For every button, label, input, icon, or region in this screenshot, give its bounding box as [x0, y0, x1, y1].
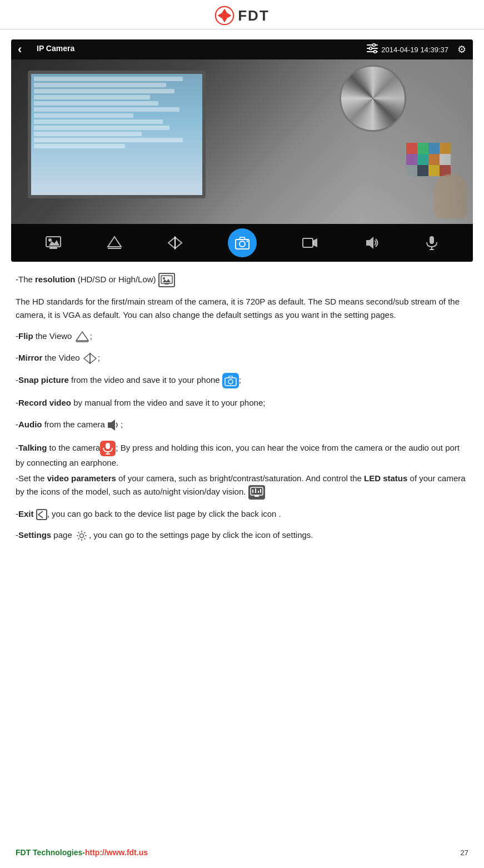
audio-section: -Audio from the camera ;: [16, 417, 468, 433]
snap-tool-button[interactable]: [228, 228, 257, 257]
snap-suffix: from the video and save it to your phone: [69, 375, 222, 385]
talking-inline-icon: [100, 441, 116, 456]
camera-top-bar: ‹ IP Camera 2014-04-19 14:39:37 ⚙: [11, 39, 473, 59]
talking-suffix: to the camera: [47, 443, 100, 452]
mirror-inline-icon: [82, 352, 98, 365]
exit-suffix: , you can go back to the device list pag…: [47, 509, 281, 518]
settings-inline-icon: [74, 528, 89, 543]
resolution-tool-button[interactable]: [45, 236, 62, 250]
svg-marker-39: [90, 353, 96, 363]
video-params-inline-icon: [248, 485, 265, 500]
svg-rect-34: [164, 283, 169, 285]
resolution-inline-icon: [158, 273, 175, 287]
svg-marker-42: [108, 420, 115, 431]
mirror-end: ;: [98, 353, 100, 362]
snap-bold-label: Snap picture: [18, 375, 69, 385]
svg-marker-27: [313, 238, 317, 247]
exit-section: -Exit , you can go back to the device li…: [16, 507, 468, 521]
svg-point-5: [222, 13, 227, 18]
screen-lines: [34, 77, 199, 150]
talking-tool-button[interactable]: [424, 235, 440, 251]
videoparams-mid: of your camera, such as bright/contrast/…: [116, 473, 364, 483]
camera-top-right-controls: 2014-04-19 14:39:37 ⚙: [367, 43, 466, 56]
flip-section: -Flip the Viewo ;: [16, 330, 468, 343]
snap-end: ;: [239, 375, 241, 385]
fdt-logo-icon: [214, 6, 234, 26]
resolution-bold-label: resolution: [35, 275, 76, 284]
footer-page-number: 27: [461, 849, 468, 857]
svg-rect-40: [225, 378, 236, 386]
flip-inline-icon: [74, 330, 90, 343]
svg-rect-29: [430, 236, 434, 244]
svg-rect-26: [303, 238, 313, 247]
videoparams-prefix: -Set the: [16, 473, 47, 483]
camera-back-button[interactable]: ‹: [18, 42, 22, 57]
camera-screenshot: ‹ IP Camera 2014-04-19 14:39:37 ⚙: [11, 39, 473, 262]
svg-rect-51: [255, 495, 259, 497]
resolution-prefix: -The: [16, 275, 35, 284]
led-status-bold: LED status: [364, 473, 407, 483]
svg-point-52: [79, 534, 83, 538]
record-suffix: by manual from the video and save it to …: [71, 398, 265, 407]
camera-monitor: [28, 71, 206, 198]
settings-suffix: page: [51, 530, 72, 540]
videoparams-section: -Set the video parameters of your camera…: [16, 472, 468, 500]
svg-marker-22: [175, 237, 182, 248]
mirror-tool-button[interactable]: [167, 236, 183, 250]
record-tool-button[interactable]: [302, 236, 318, 250]
camera-image-area: [11, 59, 473, 224]
videoparams-bold1: video parameters: [47, 473, 116, 483]
record-section: -Record video by manual from the video a…: [16, 396, 468, 410]
audio-bold-label: Audio: [18, 420, 42, 429]
svg-rect-17: [49, 247, 57, 249]
mirror-bold-label: Mirror: [18, 353, 42, 362]
audio-end: ;: [121, 420, 123, 429]
camera-monitor-screen: [31, 74, 202, 195]
svg-marker-38: [84, 353, 90, 363]
camera-sliders-icon[interactable]: [367, 43, 378, 56]
footer-brand-url[interactable]: http://www.fdt.us: [85, 848, 148, 857]
flip-bold-label: Flip: [18, 331, 33, 341]
logo-text: FDT: [238, 7, 270, 24]
content-area: -The resolution (HD/SD or High/Low) The …: [0, 262, 484, 562]
flip-end: ;: [90, 331, 92, 341]
audio-inline-icon: [105, 417, 121, 433]
exit-bold-label: Exit: [18, 509, 34, 518]
settings-bold-label: Settings: [18, 530, 51, 540]
footer-brand-name: FDT Technologies-: [16, 848, 85, 857]
svg-point-41: [228, 380, 233, 384]
resolution-section: -The resolution (HD/SD or High/Low): [16, 273, 468, 287]
svg-marker-18: [108, 237, 121, 247]
svg-marker-28: [366, 237, 373, 249]
svg-point-25: [246, 241, 248, 242]
talking-bold-label: Talking: [18, 443, 47, 452]
flip-tool-button[interactable]: [107, 236, 122, 250]
page-footer: FDT Technologies-http://www.fdt.us 27: [0, 847, 484, 857]
camera-datetime: 2014-04-19 14:39:37: [381, 46, 448, 54]
mirror-suffix: the Video: [42, 353, 82, 362]
svg-point-14: [374, 51, 377, 53]
svg-point-16: [48, 238, 52, 242]
audio-suffix: from the camera: [42, 420, 105, 429]
svg-point-12: [373, 44, 376, 47]
svg-marker-4: [227, 13, 232, 19]
mirror-section: -Mirror the Video ;: [16, 351, 468, 365]
camera-bottom-toolbar: [11, 224, 473, 262]
resolution-description: The HD standards for the first/main stre…: [16, 295, 468, 322]
page-header: FDT: [0, 0, 484, 29]
camera-gear-icon[interactable]: ⚙: [457, 43, 466, 56]
footer-brand: FDT Technologies-http://www.fdt.us: [16, 847, 148, 857]
snap-inline-icon: [222, 373, 239, 388]
svg-marker-35: [76, 332, 88, 341]
exit-inline-icon: [36, 509, 47, 520]
svg-marker-21: [168, 237, 175, 248]
snap-section: -Snap picture from the video and save it…: [16, 373, 468, 388]
record-bold-label: Record video: [18, 398, 71, 407]
logo: FDT: [214, 6, 270, 26]
resolution-suffix: (HD/SD or High/Low): [76, 275, 158, 284]
audio-tool-button[interactable]: [363, 235, 379, 251]
svg-point-33: [163, 277, 165, 280]
resolution-desc-text: The HD standards for the first/main stre…: [16, 297, 460, 320]
settings-section: -Settings page , you can go to the setti…: [16, 528, 468, 543]
talking-section: -Talking to the camera ; By press and ho…: [16, 441, 468, 470]
